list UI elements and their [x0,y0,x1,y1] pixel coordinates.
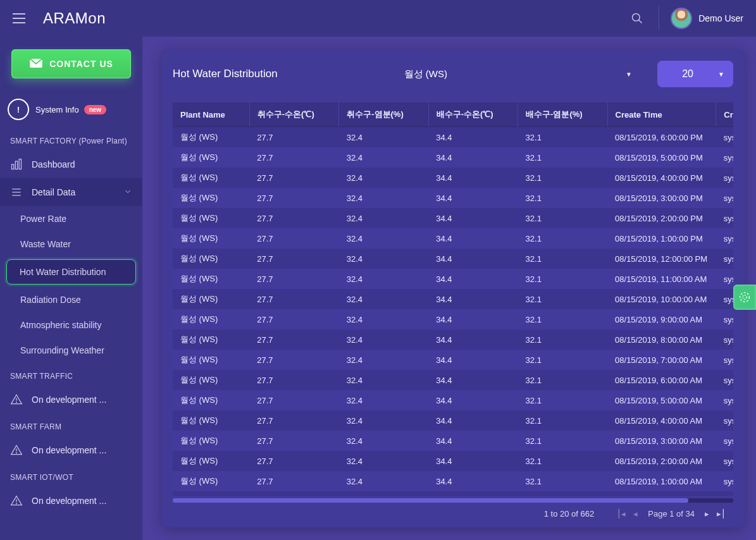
table-row[interactable]: 월성 (WS)27.732.434.432.108/15/2019, 12:00… [173,491,733,496]
column-header[interactable]: 배수구-수온(℃) [428,102,517,127]
plant-selected-value: 월성 (WS) [404,68,447,80]
table-cell: 32.4 [339,350,428,370]
dashboard-icon [10,158,24,171]
prev-page-button[interactable]: ◂ [629,509,641,519]
table-row[interactable]: 월성 (WS)27.732.434.432.108/15/2019, 6:00:… [173,127,733,148]
sidebar-sub-waste-water[interactable]: Waste Water [0,231,142,257]
plant-select[interactable]: 월성 (WS) ▼ [404,68,632,80]
table-cell: 34.4 [428,431,517,451]
table-row[interactable]: 월성 (WS)27.732.434.432.108/15/2019, 3:00:… [173,188,733,208]
table-row[interactable]: 월성 (WS)27.732.434.432.108/15/2019, 5:00:… [173,390,733,410]
column-header[interactable]: Create Time [607,102,716,127]
table-cell: 32.4 [339,491,428,496]
warning-icon [10,444,24,457]
column-header[interactable]: Cre [716,102,733,127]
table-row[interactable]: 월성 (WS)27.732.434.432.108/15/2019, 1:00:… [173,471,733,491]
table-cell: 27.7 [249,269,338,289]
table-cell: 08/15/2019, 9:00:00 AM [607,309,716,329]
column-header[interactable]: 취수구-수온(℃) [249,102,338,127]
table-cell: 08/15/2019, 4:00:00 PM [607,168,716,188]
page-size-select[interactable]: 20 ▼ [657,61,733,87]
table-cell: 32.1 [518,249,607,269]
sidebar-item-system-info[interactable]: ! System Info new [0,92,142,128]
table-row[interactable]: 월성 (WS)27.732.434.432.108/15/2019, 2:00:… [173,451,733,471]
table-cell: 월성 (WS) [173,329,249,350]
table-cell: sys [716,188,733,208]
horizontal-scrollbar[interactable] [173,498,733,503]
sidebar-item-iot[interactable]: On development ... [0,487,142,515]
svg-point-19 [740,293,750,302]
table-row[interactable]: 월성 (WS)27.732.434.432.108/15/2019, 4:00:… [173,410,733,431]
table-cell: sys [716,431,733,451]
table-cell: sys [716,410,733,431]
table-cell: 32.4 [339,329,428,350]
sidebar-item-farm[interactable]: On development ... [0,436,142,464]
table-cell: 27.7 [249,249,338,269]
sidebar-sub-radiation-dose[interactable]: Radiation Dose [0,287,142,312]
table-cell: 08/15/2019, 8:00:00 AM [607,329,716,350]
table-row[interactable]: 월성 (WS)27.732.434.432.108/15/2019, 5:00:… [173,147,733,168]
table-cell: 월성 (WS) [173,127,249,148]
table-cell: 32.1 [518,350,607,370]
svg-point-17 [16,503,17,504]
table-row[interactable]: 월성 (WS)27.732.434.432.108/15/2019, 6:00:… [173,370,733,390]
table-cell: 34.4 [428,410,517,431]
table-row[interactable]: 월성 (WS)27.732.434.432.108/15/2019, 12:00… [173,249,733,269]
table-cell: 27.7 [249,309,338,329]
column-header[interactable]: 취수구-염분(%) [339,102,428,127]
search-icon[interactable] [627,8,647,28]
settings-fab[interactable] [733,285,756,310]
table-cell: 32.4 [339,289,428,309]
user-name[interactable]: Demo User [698,13,743,23]
table-row[interactable]: 월성 (WS)27.732.434.432.108/15/2019, 11:00… [173,269,733,289]
section-title-factory: SMART FACTORY (Power Plant) [0,128,142,150]
column-header[interactable]: 배수구-염분(%) [518,102,607,127]
table-row[interactable]: 월성 (WS)27.732.434.432.108/15/2019, 1:00:… [173,228,733,249]
table-cell: 월성 (WS) [173,168,249,188]
table-row[interactable]: 월성 (WS)27.732.434.432.108/15/2019, 8:00:… [173,329,733,350]
table-row[interactable]: 월성 (WS)27.732.434.432.108/15/2019, 9:00:… [173,309,733,329]
table-cell: 08/15/2019, 2:00:00 AM [607,451,716,471]
table-cell: 32.4 [339,309,428,329]
table-cell: 32.1 [518,147,607,168]
sidebar-item-dashboard[interactable]: Dashboard [0,150,142,178]
page-info: Page 1 of 34 [648,509,695,519]
table-cell: 34.4 [428,228,517,249]
table-cell: 34.4 [428,127,517,148]
table-cell: 08/15/2019, 1:00:00 AM [607,471,716,491]
sidebar-sub-hot-water[interactable]: Hot Water Distribution [6,259,136,285]
table-cell: 34.4 [428,289,517,309]
scrollbar-thumb[interactable] [173,498,688,503]
table-cell: 08/15/2019, 12:00:05 AM [607,491,716,496]
table-row[interactable]: 월성 (WS)27.732.434.432.108/15/2019, 4:00:… [173,168,733,188]
chevron-down-icon [123,187,132,198]
menu-toggle-button[interactable] [8,7,30,30]
next-page-button[interactable]: ▸ [701,509,713,519]
table-cell: 32.1 [518,168,607,188]
table-cell: sys [716,127,733,148]
table-cell: 27.7 [249,390,338,410]
first-page-button[interactable]: ⎮◂ [613,509,629,519]
sidebar-sub-power-rate[interactable]: Power Rate [0,206,142,231]
contact-us-button[interactable]: CONTACT US [11,49,131,78]
table-cell: 08/15/2019, 5:00:00 PM [607,147,716,168]
sidebar-sub-weather[interactable]: Surrounding Weather [0,338,142,363]
table-row[interactable]: 월성 (WS)27.732.434.432.108/15/2019, 7:00:… [173,350,733,370]
table-cell: 월성 (WS) [173,390,249,410]
avatar[interactable] [671,8,692,29]
sidebar-item-detail-data[interactable]: Detail Data [0,178,142,206]
column-header[interactable]: Plant Name [173,102,249,127]
last-page-button[interactable]: ▸⎮ [713,509,729,519]
table-cell: 34.4 [428,451,517,471]
table-row[interactable]: 월성 (WS)27.732.434.432.108/15/2019, 3:00:… [173,431,733,451]
table-cell: 32.1 [518,390,607,410]
table-row[interactable]: 월성 (WS)27.732.434.432.108/15/2019, 10:00… [173,289,733,309]
table-cell: 32.1 [518,309,607,329]
table-cell: 27.7 [249,127,338,148]
system-info-label: System Info [35,105,79,114]
sidebar-item-traffic[interactable]: On development ... [0,386,142,414]
sidebar-sub-atmospheric[interactable]: Atmospheric stability [0,312,142,338]
table-row[interactable]: 월성 (WS)27.732.434.432.108/15/2019, 2:00:… [173,208,733,228]
table-cell: sys [716,390,733,410]
svg-point-11 [16,402,17,403]
